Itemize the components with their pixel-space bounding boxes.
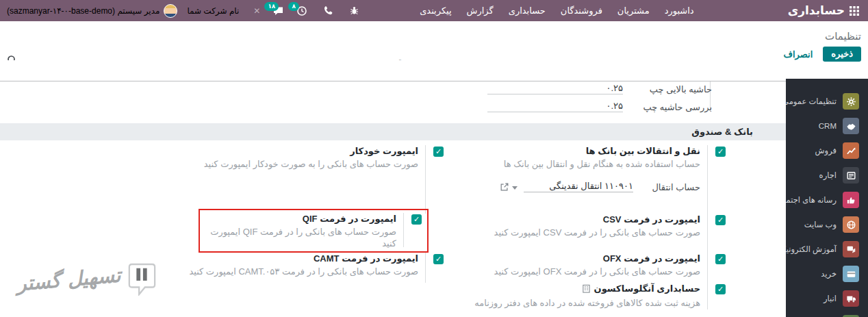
setting-title: ایمپورت در فرمت QIF <box>208 214 396 225</box>
setting-description: صورت حساب های بانکی را در فرمت QIF ایمپو… <box>208 227 396 250</box>
sidebar-item-label: تنظیمات عمومی <box>786 97 837 106</box>
checkbox-ofx-import[interactable] <box>715 254 726 264</box>
user-menu[interactable]: مدیر سیستم (sazmanyar-۱۴-۰-base-demo) <box>0 4 183 18</box>
field-top-left-margin: حاشیه بالایی چپ ۰.۲۵ <box>487 80 712 94</box>
systray-x-icon[interactable]: ✕ <box>253 6 260 16</box>
field-label: حساب انتقال <box>640 182 700 192</box>
sidebar-item-rental[interactable]: اجاره <box>786 163 868 188</box>
discard-button[interactable]: انصراف <box>784 49 813 60</box>
messages-badge: ۱۸ <box>264 2 279 11</box>
sidebar-item-label: وب سایت <box>804 220 837 229</box>
nav-item-accounting[interactable]: حسابداری <box>501 0 553 21</box>
user-name: مدیر سیستم (sazmanyar-۱۴-۰-base-demo) <box>7 6 159 16</box>
checkbox-qif-import[interactable] <box>411 214 422 225</box>
checkbox-bank-transfers[interactable] <box>715 147 726 157</box>
handshake-icon <box>843 118 859 134</box>
field-value[interactable]: ۰.۲۵ <box>487 83 623 94</box>
field-label: بررسی حاشیه چپ <box>641 102 712 112</box>
sidebar-item-label: رسانه های اجتماعی <box>786 195 837 205</box>
transfer-account-field: حساب انتقال ۱۱۰۹۰۱ انتقال نقدینگی <box>446 181 700 192</box>
activities-icon[interactable]: ۸ <box>296 5 307 16</box>
settings-sidebar: تنظیمات عمومی CRM فروش اجاره رسانه های ا… <box>786 79 868 317</box>
field-check-left-margin: بررسی حاشیه چپ ۰.۲۵ <box>487 98 712 112</box>
nav-item-vendors[interactable]: فروشندگان <box>553 0 610 21</box>
control-panel: تنظیمات ذخیره انصراف <box>0 21 868 60</box>
sidebar-item-sales[interactable]: فروش <box>786 138 868 163</box>
app-title[interactable]: حسابداری <box>788 3 845 18</box>
nav-item-configuration[interactable]: پیکربندی <box>412 0 459 21</box>
setting-title: ایمپورت در فرمت CSV <box>446 214 700 225</box>
setting-title: ایمپورت در فرمت CAMT <box>159 253 418 264</box>
field-label: حاشیه بالایی چپ <box>641 84 712 94</box>
credit-card-icon <box>843 266 859 282</box>
nav-item-customers[interactable]: مشتریان <box>610 0 657 21</box>
setting-title: نقل و انتقالات بین بانک ها <box>446 146 700 157</box>
checkbox-anglo-saxon[interactable] <box>715 284 726 294</box>
sidebar-item-social[interactable]: رسانه های اجتماعی <box>786 188 868 212</box>
setting-anglo-saxon: حسابداری آنگلوساکسون هزینه ثبت شده کالاه… <box>444 283 726 309</box>
watermark-shield-icon <box>127 263 157 296</box>
settings-form: حاشیه بالایی چپ ۰.۲۵ بررسی حاشیه چپ ۰.۲۵… <box>0 60 786 317</box>
setting-description: هزینه ثبت شده کالاهای فروخته شده در داده… <box>446 298 700 309</box>
watermark-text: تسهیل گستر <box>16 263 122 295</box>
setting-description: صورت حساب های بانکی را در فرمت CSV ایمپو… <box>446 227 700 239</box>
transfer-account-value[interactable]: ۱۱۰۹۰۱ انتقال نقدینگی <box>524 181 633 192</box>
setting-description: صورت حساب های بانکی را در فرمت CAMT.۰۵۳ … <box>159 266 418 278</box>
building-icon <box>582 284 591 296</box>
bug-icon[interactable] <box>349 5 359 16</box>
gear-icon <box>843 93 859 110</box>
phone-icon[interactable] <box>323 5 333 16</box>
checkbox-auto-import[interactable] <box>433 147 444 157</box>
settings-grid: نقل و انتقالات بین بانک ها حساب استفاده … <box>156 145 726 309</box>
save-button[interactable]: ذخیره <box>823 47 861 62</box>
setting-description: صورت حساب های بانکی را به صورت خودکار ای… <box>159 159 418 170</box>
sidebar-item-crm[interactable]: CRM <box>786 114 868 138</box>
field-value[interactable]: ۰.۲۵ <box>487 101 623 112</box>
sidebar-item-inventory[interactable]: انبار <box>786 286 868 311</box>
chevron-down-icon[interactable] <box>512 186 518 190</box>
sidebar-item-label: فروش <box>815 146 837 155</box>
watermark-logo: تسهیل گستر <box>16 263 157 296</box>
chart-line-icon <box>843 142 859 159</box>
sidebar-item-partial[interactable] <box>786 311 868 317</box>
checkbox-csv-import[interactable] <box>715 215 726 225</box>
sidebar-item-purchase[interactable]: خرید <box>786 262 868 286</box>
elearning-icon <box>843 241 859 257</box>
external-link-icon[interactable] <box>500 182 509 192</box>
nav-item-dashboard[interactable]: داشبورد <box>657 0 702 21</box>
setting-title: ایمپورت خودکار <box>159 146 418 157</box>
setting-csv-import: ایمپورت در فرمت CSV صورت حساب های بانکی … <box>444 214 726 253</box>
checkbox-camt-import[interactable] <box>433 254 444 264</box>
sidebar-item-label: CRM <box>819 122 837 130</box>
setting-ofx-import: ایمپورت در فرمت OFX صورت حساب های بانکی … <box>444 253 726 283</box>
company-switcher[interactable]: نام شرکت شما <box>187 6 239 16</box>
setting-auto-import: ایمپورت خودکار صورت حساب های بانکی را به… <box>156 145 444 214</box>
setting-qif-import-highlighted: ایمپورت در فرمت QIF صورت حساب های بانکی … <box>199 209 429 253</box>
sidebar-item-label: اجاره <box>819 170 837 180</box>
breadcrumb: تنظیمات <box>825 30 861 42</box>
setting-title: حسابداری آنگلوساکسون <box>594 283 700 294</box>
truck-icon <box>843 290 859 307</box>
setting-camt-import: ایمپورت در فرمت CAMT صورت حساب های بانکی… <box>156 253 444 283</box>
globe-icon <box>843 216 859 233</box>
setting-description: صورت حساب های بانکی را در فرمت OFX ایمپو… <box>446 266 700 278</box>
document-icon <box>843 167 859 183</box>
sidebar-item-elearning[interactable]: آموزش الکترونیکی <box>786 237 868 262</box>
main-menu: داشبورد مشتریان فروشندگان حسابداری گزارش… <box>412 0 701 21</box>
apps-menu-icon[interactable] <box>845 5 868 16</box>
setting-description: حساب استفاده شده به هنگام نقل و انتقال ب… <box>446 159 700 170</box>
nav-item-reporting[interactable]: گزارش <box>459 0 501 21</box>
sidebar-item-general-settings[interactable]: تنظیمات عمومی <box>786 89 868 114</box>
setting-title: ایمپورت در فرمت OFX <box>446 253 700 264</box>
sidebar-item-website[interactable]: وب سایت <box>786 212 868 237</box>
messages-icon[interactable]: ۱۸ <box>272 5 284 16</box>
sidebar-item-label: خرید <box>821 269 837 279</box>
systray: مدیر سیستم (sazmanyar-۱۴-۰-base-demo) نا… <box>0 0 366 21</box>
activities-badge: ۸ <box>288 2 299 11</box>
section-header-bank-cash: بانک & صندوق <box>0 123 786 140</box>
thumbs-up-icon <box>843 192 859 208</box>
sidebar-item-label: آموزش الکترونیکی <box>786 244 837 254</box>
sidebar-item-label: انبار <box>824 294 837 303</box>
setting-bank-transfers: نقل و انتقالات بین بانک ها حساب استفاده … <box>444 145 726 214</box>
avatar <box>164 4 177 18</box>
